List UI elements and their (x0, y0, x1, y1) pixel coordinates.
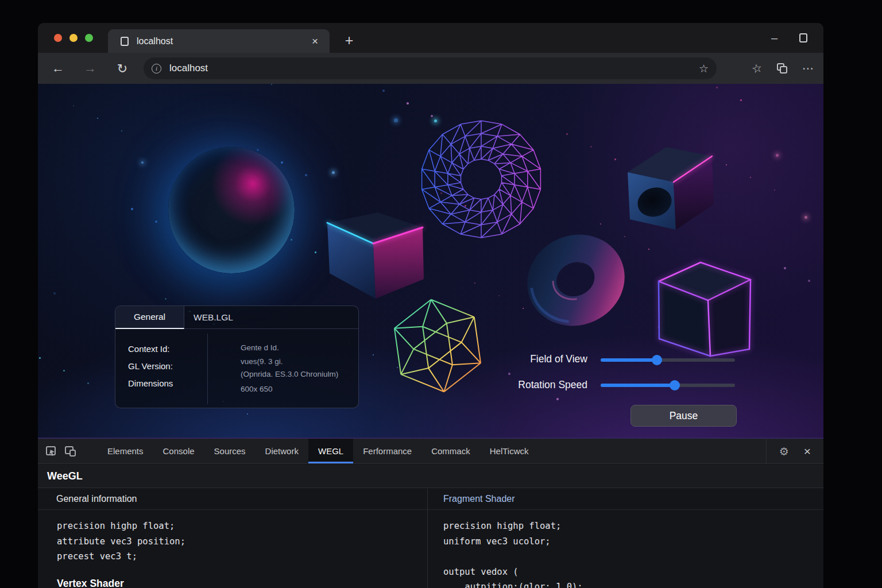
right-section-title: Fragment Shader (428, 489, 823, 510)
zoom-traffic-light[interactable] (85, 34, 93, 42)
devtools-tab-commack[interactable]: Commack (421, 439, 480, 463)
panel-tab-weblgl[interactable]: WEB.LGL (194, 306, 233, 329)
devtools-tab-ferformance[interactable]: Ferformance (353, 439, 421, 463)
browser-tab[interactable]: localhost × (108, 29, 330, 53)
gl-info-panel: General WEB.LGL Context Id: GL Version: … (115, 305, 359, 408)
devtools-panel-title: WeeGL (38, 465, 823, 488)
devtools-panel: ElementsConsoleSourcesDietworkWEGLFerfor… (38, 438, 823, 588)
neon-edge-cube (659, 262, 751, 356)
dimensions-label: Dimensions (128, 378, 173, 388)
maximize-button[interactable] (799, 33, 807, 42)
window-traffic-lights (54, 34, 93, 42)
code-line: autpition:(glor: 1.0); (443, 579, 823, 588)
devtools-right-section: Fragment Shader precision highp float;un… (428, 489, 823, 588)
gl-version-label: GL Version: (128, 361, 173, 371)
fov-label: Field of View (461, 353, 587, 365)
solid-cube (327, 212, 424, 299)
back-button[interactable]: ← (48, 61, 68, 76)
devtools-tab-console[interactable]: Console (153, 439, 204, 463)
minimize-traffic-light[interactable] (69, 34, 78, 42)
panel-divider (207, 334, 208, 404)
browser-window: localhost × + – ← → ↻ i localhost ☆ ☆ ⋯ (38, 23, 823, 588)
url-text: localhost (169, 63, 208, 74)
code-line: output vedox ( (443, 564, 823, 580)
devtools-tab-helticwck[interactable]: HelTicwck (480, 439, 539, 463)
more-menu-icon[interactable]: ⋯ (802, 61, 814, 75)
tab-close-icon[interactable]: × (308, 35, 322, 48)
panel-tab-general[interactable]: General (115, 306, 184, 329)
rotation-label: Rotation Speed (461, 379, 587, 391)
minimize-button[interactable]: – (771, 32, 777, 45)
solid-torus (513, 219, 640, 341)
fragment-shader-code: precision highp float;uniform vec3 ucolo… (428, 510, 823, 588)
devtools-left-section: General information precision highp floa… (38, 489, 428, 588)
code-line: precision highp float; (57, 519, 427, 534)
collections-icon[interactable]: ☆ (751, 60, 764, 76)
gl-version-value-2: (Opnrida. ES.3.0 Chroniulm) (241, 370, 338, 378)
devtools-tab-bar: ElementsConsoleSourcesDietworkWEGLFerfor… (38, 439, 823, 464)
tab-title: localhost (137, 36, 308, 47)
code-line: precision highp float; (443, 519, 823, 534)
webgl-canvas[interactable]: General WEB.LGL Context Id: GL Version: … (38, 84, 823, 438)
title-bar: localhost × + – (38, 23, 823, 53)
code-line: uniform vec3 ucolor; (443, 534, 823, 550)
fov-slider[interactable] (601, 358, 735, 362)
code-line: precest vec3 t; (57, 549, 427, 564)
vertex-shader-heading: Vertex Shader (57, 576, 427, 588)
page-icon (121, 37, 129, 46)
address-bar[interactable]: i localhost ☆ (144, 57, 717, 79)
glow-sphere (168, 147, 295, 273)
rotation-slider-thumb[interactable] (670, 380, 680, 390)
context-id-value: Gente d Id. (241, 343, 279, 352)
code-line: attribute vec3 position; (57, 534, 427, 550)
new-tab-button[interactable]: + (339, 30, 359, 51)
devtools-tab-wegl[interactable]: WEGL (308, 439, 353, 463)
navigation-bar: ← → ↻ i localhost ☆ ☆ ⋯ (38, 53, 823, 84)
reload-button[interactable]: ↻ (113, 61, 132, 76)
devtools-settings-icon[interactable]: ⚙ (779, 445, 789, 458)
site-info-icon[interactable]: i (152, 64, 161, 74)
devtools-close-icon[interactable]: × (804, 444, 811, 458)
device-toolbar-icon[interactable] (64, 446, 77, 457)
wireframe-icosahedron (394, 300, 481, 392)
bookmark-star-icon[interactable]: ☆ (699, 62, 709, 75)
rotation-slider-fill (601, 384, 675, 387)
panel-tab-bar: General WEB.LGL (115, 306, 358, 329)
fov-slider-fill (601, 358, 657, 362)
inspect-element-icon[interactable] (46, 446, 57, 457)
devtools-tab-elements[interactable]: Elements (98, 439, 153, 463)
pause-button[interactable]: Pause (630, 405, 737, 427)
vertex-shader-code: precision highp float;attribute vec3 pos… (38, 510, 427, 588)
devtools-tab-sources[interactable]: Sources (204, 439, 256, 463)
wireframe-torus (422, 121, 541, 238)
rotation-slider[interactable] (601, 384, 735, 387)
tab-actions-icon[interactable] (777, 63, 787, 74)
gl-version-value: vues(9. 3 gi. (241, 357, 283, 366)
code-line (443, 549, 823, 564)
context-id-label: Context Id: (128, 344, 170, 354)
left-section-title: General information (38, 489, 427, 510)
dimensions-value: 600x 650 (241, 385, 273, 393)
close-traffic-light[interactable] (54, 34, 62, 42)
forward-button[interactable]: → (80, 61, 100, 76)
devtools-tab-dietwork[interactable]: Dietwork (256, 439, 308, 463)
cube-with-hole (628, 147, 714, 230)
